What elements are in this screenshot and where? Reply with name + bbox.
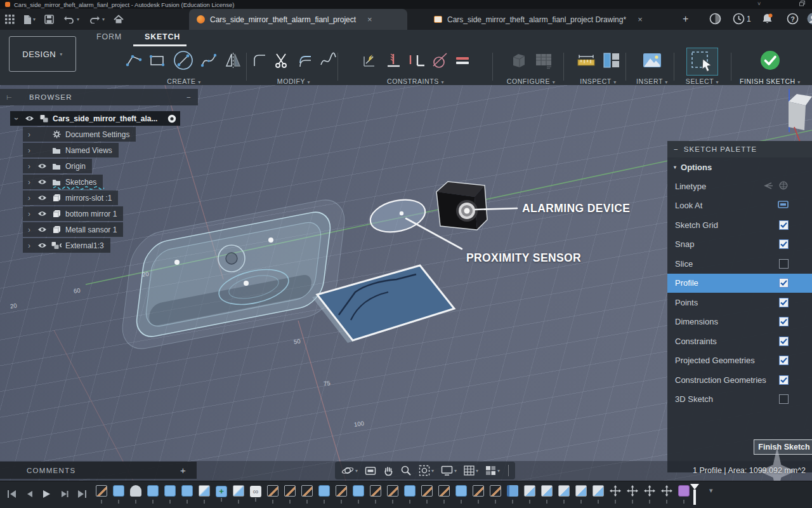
checkbox[interactable] — [779, 239, 789, 249]
checkbox[interactable] — [779, 394, 789, 404]
skip-end-icon[interactable] — [76, 489, 88, 502]
notification-bell-icon[interactable] — [761, 13, 773, 27]
offset-tool-icon[interactable] — [296, 52, 313, 71]
finish-sketch-check-icon[interactable] — [759, 49, 782, 74]
timeline-feature-fillet[interactable] — [575, 485, 587, 504]
help-icon[interactable]: ? — [787, 13, 799, 27]
rectangle-tool-icon[interactable] — [148, 51, 166, 72]
timeline-feature-extrude[interactable] — [164, 485, 176, 504]
timeline-feature-component[interactable] — [678, 485, 690, 504]
fillet-tool-icon[interactable] — [251, 52, 268, 71]
browser-item[interactable]: ›Cars_side_mirror_theft_ala... — [10, 111, 180, 126]
palette-row-snap[interactable]: Snap — [667, 235, 812, 255]
look-at-icon[interactable] — [365, 466, 376, 476]
checkbox[interactable] — [779, 317, 789, 326]
activate-component-radio[interactable] — [167, 114, 176, 123]
equal-constraint-icon[interactable] — [454, 53, 471, 70]
line-tool-icon[interactable] — [125, 51, 143, 72]
timeline-position-marker[interactable] — [690, 484, 699, 505]
browser-header[interactable]: ⊢ BROWSER − — [0, 89, 198, 105]
palette-row-dimensions[interactable]: Dimensions — [667, 312, 812, 332]
timeline-feature-sketch[interactable] — [95, 485, 108, 504]
timeline-feature-extrude[interactable] — [403, 485, 416, 504]
timeline-feature-extrude[interactable] — [112, 485, 125, 504]
checkbox[interactable] — [779, 220, 789, 230]
zoom-icon[interactable] — [400, 465, 412, 476]
extensions-icon[interactable] — [709, 13, 721, 27]
configure-box-icon[interactable] — [509, 51, 528, 72]
checkbox[interactable] — [779, 337, 789, 346]
timeline-feature-move[interactable] — [660, 485, 673, 504]
finish-sketch-button[interactable]: Finish Sketch — [754, 439, 812, 455]
browser-item[interactable]: ›bottom mirror 1 — [23, 206, 123, 221]
palette-header[interactable]: − SKETCH PALETTE — [667, 141, 812, 157]
fit-icon[interactable]: ▾ — [419, 465, 434, 476]
timeline-feature-sketch[interactable] — [438, 485, 450, 504]
extend-tool-icon[interactable] — [319, 52, 337, 71]
collapse-panel-icon[interactable]: − — [187, 93, 192, 101]
tangent-constraint-icon[interactable] — [431, 51, 449, 72]
mirror-tool-icon[interactable] — [224, 51, 243, 72]
avatar[interactable] — [807, 13, 812, 27]
workspace-selector[interactable]: DESIGN▾ — [9, 36, 76, 72]
skip-start-icon[interactable] — [6, 489, 18, 502]
redo-icon[interactable]: ▾ — [88, 15, 105, 23]
expand-chevron-icon[interactable]: › — [25, 225, 33, 234]
linetype-icons[interactable] — [763, 181, 789, 192]
create-menu[interactable]: CREATE — [167, 77, 195, 85]
visibility-eye-icon[interactable] — [37, 226, 48, 233]
panel-grip-icon[interactable]: ⊢ — [6, 94, 13, 101]
checkbox[interactable] — [779, 278, 789, 288]
palette-row-linetype[interactable]: Linetype — [667, 177, 812, 196]
play-icon[interactable] — [41, 489, 52, 502]
app-grid-icon[interactable] — [5, 15, 15, 24]
document-tab-active[interactable]: Cars_side_mirror_theft_alarm_fianl_proje… — [189, 9, 407, 30]
finish-sketch-menu[interactable]: FINISH SKETCH — [740, 77, 796, 85]
browser-item[interactable]: ›Metall sansor 1 — [23, 222, 123, 237]
timeline-feature-book[interactable] — [506, 485, 519, 504]
home-icon[interactable] — [114, 15, 124, 24]
timeline-feature-fillet[interactable] — [523, 485, 536, 504]
timeline-feature-fillet[interactable] — [540, 485, 553, 504]
sketch-dimension-icon[interactable] — [360, 51, 379, 72]
expand-chevron-icon[interactable]: › — [25, 210, 33, 218]
palette-row-constraints[interactable]: Constraints — [667, 331, 812, 351]
timeline-feature-sketch[interactable] — [335, 485, 348, 504]
expand-chevron-icon[interactable]: › — [12, 115, 21, 123]
checkbox[interactable] — [779, 375, 789, 385]
trim-scissors-icon[interactable] — [273, 52, 290, 71]
file-menu-icon[interactable]: ▾ — [23, 15, 36, 25]
visibility-eye-icon[interactable] — [37, 210, 48, 217]
select-menu[interactable]: SELECT — [686, 77, 714, 85]
timeline-feature-parts[interactable] — [198, 485, 211, 504]
palette-row-look-at[interactable]: Look At — [667, 196, 812, 216]
palette-row-profile[interactable]: Profile — [667, 274, 812, 293]
timeline-feature-join[interactable]: + — [215, 485, 228, 502]
undo-icon[interactable]: ▾ — [63, 15, 79, 23]
configure-menu[interactable]: CONFIGURE — [507, 77, 550, 85]
timeline-feature-extrude[interactable] — [352, 485, 365, 504]
timeline-feature-sketch[interactable] — [421, 485, 433, 504]
timeline-feature-parts[interactable] — [232, 485, 245, 504]
display-settings-icon[interactable]: ▾ — [441, 465, 457, 476]
coincident-constraint-icon[interactable] — [385, 51, 402, 72]
palette-row-projected-geometries[interactable]: Projected Geometries — [667, 351, 812, 371]
close-tab-icon[interactable]: × — [367, 15, 372, 24]
checkbox[interactable] — [779, 259, 789, 269]
collapse-chevron-icon[interactable]: ˅ — [757, 1, 761, 7]
visibility-eye-icon[interactable] — [37, 194, 48, 201]
timeline-feature-sketch[interactable] — [284, 485, 296, 504]
browser-item[interactable]: ›Document Settings — [23, 127, 136, 142]
pan-icon[interactable] — [383, 465, 393, 476]
tab-sketch[interactable]: SKETCH — [145, 32, 180, 41]
constraints-menu[interactable]: CONSTRAINTS — [387, 77, 439, 85]
timeline-feature-dome[interactable] — [129, 485, 142, 504]
palette-options-section[interactable]: ▾ Options — [667, 157, 812, 177]
circle-tool-icon[interactable] — [172, 49, 195, 74]
expand-chevron-icon[interactable]: › — [25, 162, 33, 171]
close-tab-icon[interactable]: × — [638, 15, 643, 24]
palette-row-sketch-grid[interactable]: Sketch Grid — [667, 215, 812, 235]
browser-item[interactable]: ›External1:3 — [23, 238, 110, 253]
viewports-icon[interactable]: ▾ — [485, 465, 500, 476]
modify-menu[interactable]: MODIFY — [277, 77, 305, 85]
